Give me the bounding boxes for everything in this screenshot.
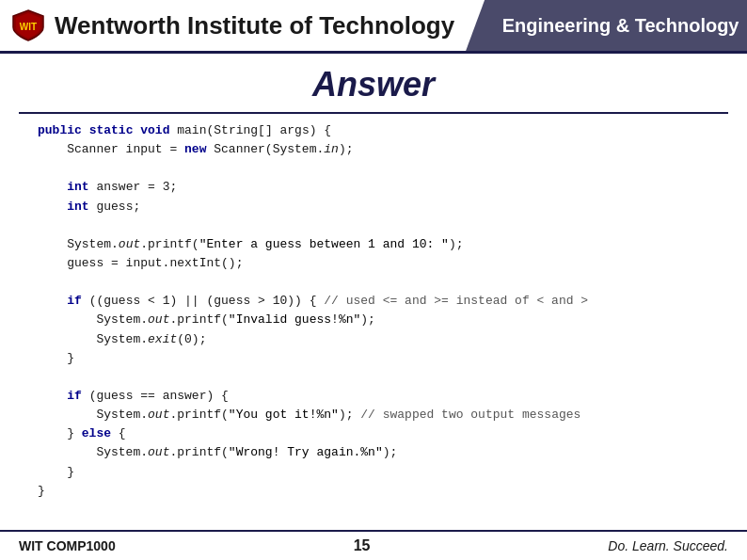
code-line-9 [38,273,709,292]
footer: WIT COMP1000 15 Do. Learn. Succeed. [0,530,747,560]
page-title: Answer [312,65,435,104]
header: WIT Wentworth Institute of Technology En… [0,0,747,51]
code-line-10: if ((guess < 1) || (guess > 10)) { // us… [38,292,709,311]
code-line-14 [38,368,709,387]
footer-tagline: Do. Learn. Succeed. [608,538,728,553]
header-left: WIT Wentworth Institute of Technology [0,0,466,51]
code-line-7: System.out.printf("Enter a guess between… [38,235,709,254]
code-line-15: if (guess == answer) { [38,387,709,406]
code-line-20: } [38,482,709,501]
code-line-19: } [38,463,709,482]
code-line-16: System.out.printf("You got it!%n"); // s… [38,406,709,424]
code-section: public static void main(String[] args) {… [0,121,747,501]
svg-text:WIT: WIT [20,22,37,32]
code-line-3 [38,159,709,178]
code-line-6 [38,216,709,235]
page-title-section: Answer [0,54,747,112]
code-line-5: int guess; [38,198,709,216]
footer-page-number: 15 [354,537,371,554]
wit-shield-icon: WIT [11,8,45,42]
header-subtitle: Engineering & Technology [466,0,747,51]
code-line-8: guess = input.nextInt(); [38,254,709,273]
code-line-13: } [38,349,709,368]
code-line-2: Scanner input = new Scanner(System.in); [38,140,709,159]
code-line-12: System.exit(0); [38,330,709,349]
code-line-4: int answer = 3; [38,178,709,197]
code-line-18: System.out.printf("Wrong! Try again.%n")… [38,443,709,462]
header-title: Wentworth Institute of Technology [55,11,454,40]
code-line-1: public static void main(String[] args) { [38,121,709,140]
code-line-11: System.out.printf("Invalid guess!%n"); [38,311,709,329]
content-divider [19,112,728,114]
footer-course: WIT COMP1000 [19,538,116,553]
code-line-17: } else { [38,424,709,443]
